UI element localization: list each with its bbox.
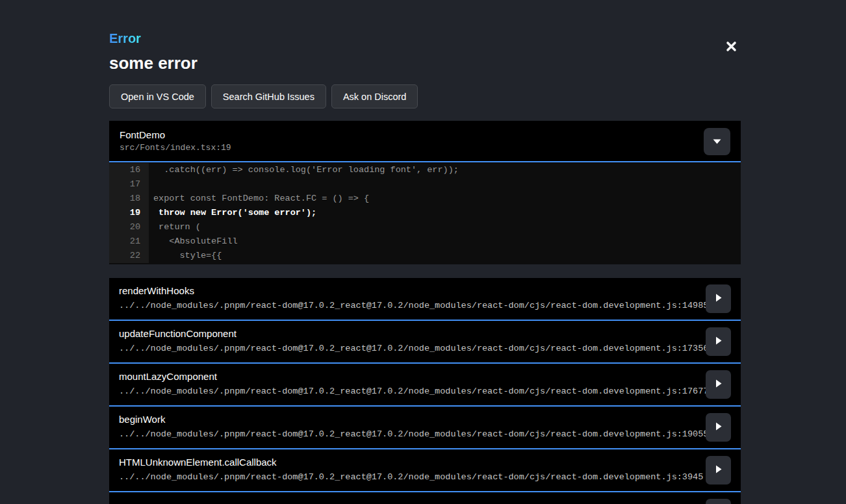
stack-frame-name: mountLazyComponent: [119, 371, 732, 382]
error-message: some error: [109, 53, 741, 73]
stack-trace-list: renderWithHooks ../../node_modules/.pnpm…: [109, 278, 741, 504]
play-icon: [715, 379, 723, 390]
chevron-down-icon: [712, 137, 722, 147]
stack-frame-path: ../../node_modules/.pnpm/react-dom@17.0.…: [119, 386, 732, 396]
error-type-label: Error: [109, 31, 141, 46]
stack-frame-row: updateFunctionComponent ../../node_modul…: [109, 321, 741, 364]
line-number: 16: [109, 163, 149, 177]
line-number: 21: [109, 234, 149, 249]
code-frame-function-name: FontDemo: [120, 129, 231, 140]
code-line-text: export const FontDemo: React.FC = () => …: [149, 192, 741, 206]
expand-stack-frame-button[interactable]: [706, 499, 731, 504]
error-overlay: Error some error Open in VS Code Search …: [109, 0, 741, 504]
expand-stack-frame-button[interactable]: [706, 284, 731, 313]
line-number: 22: [109, 249, 149, 263]
stack-frame-row: HTMLUnknownElement.callCallback ../../no…: [109, 449, 741, 492]
play-icon: [715, 293, 723, 305]
line-number: 17: [109, 177, 149, 192]
expand-stack-frame-button[interactable]: [706, 413, 731, 442]
stack-frame-path: ../../node_modules/.pnpm/react-dom@17.0.…: [119, 472, 732, 482]
action-button-row: Open in VS Code Search GitHub Issues Ask…: [109, 84, 741, 108]
stack-frame-path: ../../node_modules/.pnpm/react-dom@17.0.…: [119, 344, 732, 353]
code-line: 16 .catch((err) => console.log('Error lo…: [109, 163, 741, 177]
code-line: 22 style={{: [109, 249, 741, 263]
code-line: 20 return (: [109, 220, 741, 234]
play-icon: [715, 422, 723, 433]
code-line-text: throw new Error('some error');: [149, 206, 741, 220]
play-icon: [715, 464, 723, 476]
line-number: 19: [109, 206, 149, 220]
stack-frame-path: ../../node_modules/.pnpm/react-dom@17.0.…: [119, 301, 732, 310]
stack-frame-name: updateFunctionComponent: [119, 328, 732, 339]
stack-frame-name: beginWork: [119, 414, 732, 425]
code-line-text: .catch((err) => console.log('Error loadi…: [149, 163, 741, 177]
stack-frame-row: mountLazyComponent ../../node_modules/.p…: [109, 364, 741, 407]
expand-stack-frame-button[interactable]: [706, 327, 731, 356]
stack-frame-name: HTMLUnknownElement.callCallback: [119, 457, 732, 468]
code-line-text: [149, 177, 741, 192]
code-line: 21 <AbsoluteFill: [109, 234, 741, 249]
code-line: 17: [109, 177, 741, 192]
ask-on-discord-button[interactable]: Ask on Discord: [331, 84, 418, 108]
code-frame-title-block: FontDemo src/Fonts/index.tsx:19: [120, 129, 231, 153]
code-snippet: 16 .catch((err) => console.log('Error lo…: [109, 162, 741, 264]
stack-frame-path: ../../node_modules/.pnpm/react-dom@17.0.…: [119, 429, 732, 439]
code-line-highlighted: 19 throw new Error('some error');: [109, 206, 741, 220]
code-frame-header: FontDemo src/Fonts/index.tsx:19: [109, 121, 741, 162]
play-icon: [715, 336, 723, 347]
stack-frame-name: renderWithHooks: [119, 285, 732, 296]
expand-stack-frame-button[interactable]: [706, 456, 731, 485]
line-number: 20: [109, 220, 149, 234]
code-line: 18export const FontDemo: React.FC = () =…: [109, 192, 741, 206]
code-line-text: return (: [149, 220, 741, 234]
code-line-text: <AbsoluteFill: [149, 234, 741, 249]
code-frame: FontDemo src/Fonts/index.tsx:19 16 .catc…: [109, 121, 741, 264]
expand-stack-frame-button[interactable]: [706, 370, 731, 399]
collapse-code-frame-button[interactable]: [704, 128, 730, 155]
code-frame-location: src/Fonts/index.tsx:19: [120, 143, 231, 153]
open-in-vscode-button[interactable]: Open in VS Code: [109, 84, 206, 108]
search-github-issues-button[interactable]: Search GitHub Issues: [211, 84, 326, 108]
stack-frame-row-partial: [109, 492, 741, 504]
stack-frame-row: renderWithHooks ../../node_modules/.pnpm…: [109, 278, 741, 321]
stack-frame-row: beginWork ../../node_modules/.pnpm/react…: [109, 407, 741, 449]
code-line-text: style={{: [149, 249, 741, 263]
line-number: 18: [109, 192, 149, 206]
